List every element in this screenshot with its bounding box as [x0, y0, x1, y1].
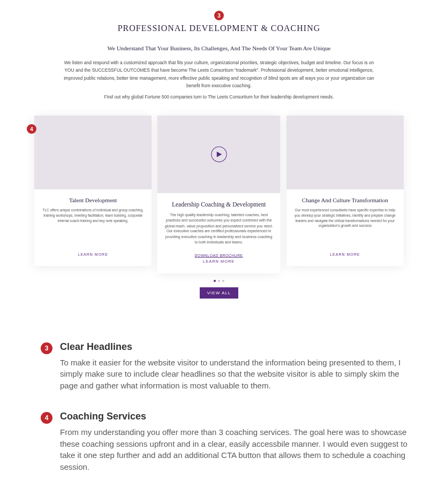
card-title: Talent Development — [41, 197, 145, 203]
card-description: Our most experienced consultants have sp… — [293, 208, 397, 245]
section-paragraph-2: Find out why global Fortune 500 companie… — [64, 93, 374, 101]
card-title: Leadership Coaching & Development — [164, 201, 274, 208]
learn-more-link[interactable]: LEARN MORE — [164, 259, 274, 263]
card-image-placeholder — [286, 116, 404, 189]
learn-more-link[interactable]: LEARN MORE — [41, 253, 145, 256]
annotations-section: 3 Clear Headlines To make it easier for … — [0, 336, 438, 473]
card-title: Change And Culture Transformation — [293, 197, 397, 203]
annotation-title: Coaching Services — [60, 411, 411, 422]
card-image-placeholder — [157, 116, 281, 193]
mockup-section: 3 PROFESSIONAL DEVELOPMENT & COACHING We… — [0, 0, 438, 315]
annotation-badge-4-left: 4 — [27, 124, 36, 134]
card-leadership-coaching[interactable]: Leadership Coaching & Development The hi… — [157, 116, 281, 273]
carousel-dot-3[interactable] — [222, 280, 224, 282]
section-paragraph-1: We listen and respond with a customized … — [64, 59, 374, 90]
annotation-body: From my understanding you offer more tha… — [60, 426, 411, 473]
play-icon — [216, 151, 222, 157]
section-title: PROFESSIONAL DEVELOPMENT & COACHING — [25, 24, 413, 33]
card-description: TLC offers unique combinations of indivi… — [41, 208, 145, 245]
card-image-placeholder — [34, 116, 152, 189]
annotation-title: Clear Headlines — [60, 341, 411, 353]
annotation-number-badge: 4 — [41, 412, 52, 424]
view-all-button[interactable]: VIEW ALL — [200, 287, 238, 299]
annotation-3: 3 Clear Headlines To make it easier for … — [41, 341, 411, 392]
svg-marker-0 — [217, 151, 222, 157]
annotation-badge-3-top: 3 — [214, 11, 224, 20]
learn-more-link[interactable]: LEARN MORE — [293, 253, 397, 256]
download-brochure-link[interactable]: DOWNLOAD BROCHURE — [164, 253, 274, 257]
carousel-dot-1[interactable] — [214, 280, 216, 282]
card-change-culture[interactable]: Change And Culture Transformation Our mo… — [286, 116, 404, 266]
carousel-dots — [25, 280, 413, 282]
annotation-body: To make it easier for the website visito… — [60, 357, 411, 392]
annotation-4: 4 Coaching Services From my understandin… — [41, 411, 411, 473]
cards-row: Talent Development TLC offers unique com… — [25, 116, 413, 266]
card-talent-development[interactable]: Talent Development TLC offers unique com… — [34, 116, 152, 266]
card-description: The high quality leadership coaching, ta… — [164, 212, 274, 245]
play-button[interactable] — [211, 147, 226, 162]
section-subtitle: We Understand That Your Business, Its Ch… — [25, 45, 413, 51]
carousel-dot-2[interactable] — [218, 280, 220, 282]
annotation-number-badge: 3 — [41, 342, 52, 354]
